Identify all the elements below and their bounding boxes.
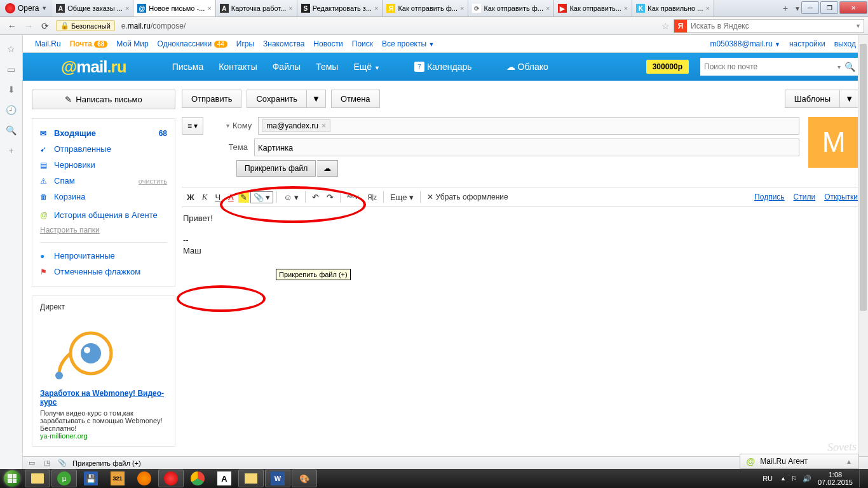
portal-link-news[interactable]: Новости [313, 39, 342, 48]
portal-link-games[interactable]: Игры [236, 39, 254, 48]
user-email[interactable]: m050388@mail.ru ▼ [710, 39, 780, 48]
browser-tab[interactable]: AКарточка работ...× [216, 0, 297, 17]
mail-search[interactable]: ▾ 🔍 [700, 58, 859, 76]
tab-overflow-button[interactable]: ▼ [794, 5, 801, 12]
folder-sent[interactable]: ➹Отправленные [32, 141, 175, 157]
url-field[interactable]: e.mail.ru/compose/ [118, 22, 658, 30]
compose-button[interactable]: ✎ Написать письмо [32, 90, 175, 109]
folder-trash[interactable]: 🗑Корзина [32, 189, 175, 205]
forward-button[interactable]: → [22, 19, 36, 33]
nav-cloud[interactable]: ☁Облако [499, 62, 556, 72]
taskbar-app[interactable]: 💾 [78, 470, 104, 487]
volume-icon[interactable]: 🔊 [803, 475, 811, 483]
nav-files[interactable]: Файлы [265, 62, 308, 72]
view-options-button[interactable]: ≡ ▾ [182, 117, 203, 135]
folder-agent[interactable]: @История общения в Агенте [32, 207, 175, 223]
security-badge[interactable]: 🔒 Безопасный [56, 20, 115, 31]
emoji-button[interactable]: ☺ ▾ [280, 191, 302, 204]
attach-file-button[interactable]: Прикрепить файл [236, 160, 316, 177]
nav-contacts[interactable]: Контакты [211, 62, 264, 72]
save-dropdown[interactable]: ▼ [306, 90, 326, 108]
taskbar-app2[interactable]: A [212, 470, 237, 487]
zoom-icon[interactable]: ▭ [27, 459, 37, 467]
cards-link[interactable]: Открытки [824, 193, 858, 201]
show-desktop-button[interactable] [859, 470, 864, 487]
opera-menu-button[interactable]: Opera ▼ [0, 0, 52, 17]
taskbar-word[interactable]: W [265, 470, 290, 487]
tab-close-icon[interactable]: × [374, 4, 378, 12]
mail-search-input[interactable] [704, 62, 834, 71]
underline-button[interactable]: Ч [212, 191, 224, 204]
nav-themes[interactable]: Темы [308, 62, 346, 72]
taskbar-mpc[interactable]: 321 [105, 470, 130, 487]
attach-status-icon[interactable]: 📎 [57, 459, 67, 467]
portal-link-ok[interactable]: Одноклассники 44 [158, 39, 227, 48]
browser-tab[interactable]: SРедактировать з...× [297, 0, 383, 17]
nav-letters[interactable]: Письма [165, 62, 212, 72]
bookmark-icon[interactable]: ☆ [661, 21, 670, 31]
subject-input[interactable] [258, 143, 796, 152]
text-color-button[interactable]: А [225, 191, 237, 204]
templates-dropdown[interactable]: ▼ [839, 90, 859, 108]
remove-chip-icon[interactable]: × [322, 121, 326, 130]
action-center-icon[interactable]: ⚐ [791, 475, 797, 483]
vertical-scrollbar[interactable] [858, 35, 868, 456]
folder-unread[interactable]: ●Непрочитанные [32, 248, 175, 264]
taskbar-chrome[interactable] [185, 470, 210, 487]
tab-close-icon[interactable]: × [207, 4, 211, 12]
yandex-search[interactable]: Я ▼ [674, 19, 864, 33]
tab-close-icon[interactable]: × [624, 4, 628, 12]
browser-tab[interactable]: ▶Как отправить...× [554, 0, 632, 17]
portal-link-dating[interactable]: Знакомства [263, 39, 304, 48]
taskbar-explorer[interactable] [25, 470, 50, 487]
portal-link-search[interactable]: Поиск [352, 39, 373, 48]
tab-close-icon[interactable]: × [705, 4, 709, 12]
tab-close-icon[interactable]: × [546, 4, 550, 12]
clock[interactable]: 1:08 07.02.2015 [818, 471, 853, 486]
ad-link[interactable]: Заработок на Webmoney! Видео-курс [40, 389, 167, 407]
remove-formatting-button[interactable]: ✕ Убрать оформление [424, 191, 512, 203]
configure-folders-link[interactable]: Настроить папки [32, 223, 175, 237]
settings-link[interactable]: настройки [789, 39, 825, 48]
browser-tab[interactable]: AОбщие заказы ...× [52, 0, 133, 17]
promo-badge[interactable]: 300000р [646, 60, 689, 74]
signature-link[interactable]: Подпись [754, 193, 785, 201]
italic-button[interactable]: К [199, 190, 211, 204]
search-icon[interactable]: 🔍 [844, 62, 855, 72]
send-button[interactable]: Отправить [182, 90, 241, 108]
nav-more[interactable]: Ещё ▼ [346, 62, 387, 72]
chevron-down-icon[interactable]: ▼ [853, 23, 864, 29]
browser-tab[interactable]: ЯКак отправить ф...× [383, 0, 468, 17]
attach-cloud-button[interactable]: ☁ [317, 160, 338, 177]
redo-button[interactable]: ↷ [323, 191, 337, 204]
templates-button[interactable]: Шаблоны [785, 90, 840, 108]
to-label[interactable]: Кому [207, 117, 258, 135]
taskbar-opera[interactable] [158, 470, 184, 487]
folder-flagged[interactable]: ⚑Отмеченные флажком [32, 264, 175, 280]
portal-link-pochta[interactable]: Почта 68 [70, 39, 108, 48]
translit-button[interactable]: Я|z [364, 192, 380, 203]
taskbar-explorer2[interactable] [238, 470, 264, 487]
tab-close-icon[interactable]: × [460, 4, 464, 12]
folder-inbox[interactable]: ✉ Входящие 68 [32, 125, 175, 141]
tray-expand-icon[interactable]: ▲ [780, 475, 786, 482]
tab-close-icon[interactable]: × [288, 4, 292, 12]
maximize-button[interactable]: ❐ [820, 1, 838, 14]
bookmarks-icon[interactable]: ☆ [5, 43, 18, 55]
minimize-button[interactable]: ─ [801, 1, 819, 14]
browser-tab[interactable]: @Новое письмо -...× [133, 0, 215, 17]
mailru-logo[interactable]: @mail.ru [61, 57, 126, 77]
expand-icon[interactable]: ▲ [846, 458, 852, 465]
history-icon[interactable]: 🕘 [5, 104, 18, 116]
clear-spam-link[interactable]: очистить [139, 177, 167, 185]
folder-drafts[interactable]: ▤Черновики [32, 157, 175, 173]
nav-calendar[interactable]: 7Календарь [407, 62, 480, 72]
more-format-button[interactable]: Еще ▾ [387, 191, 417, 204]
start-button[interactable] [0, 469, 24, 488]
downloads-icon[interactable]: ⬇ [5, 83, 18, 96]
scrollbar-thumb[interactable] [860, 44, 867, 311]
add-panel-icon[interactable]: + [5, 144, 18, 157]
language-indicator[interactable]: RU [763, 475, 773, 482]
spellcheck-button[interactable]: ᴬᴮᴮ✓ [344, 192, 363, 203]
browser-tab[interactable]: KКак правильно ...× [632, 0, 714, 17]
